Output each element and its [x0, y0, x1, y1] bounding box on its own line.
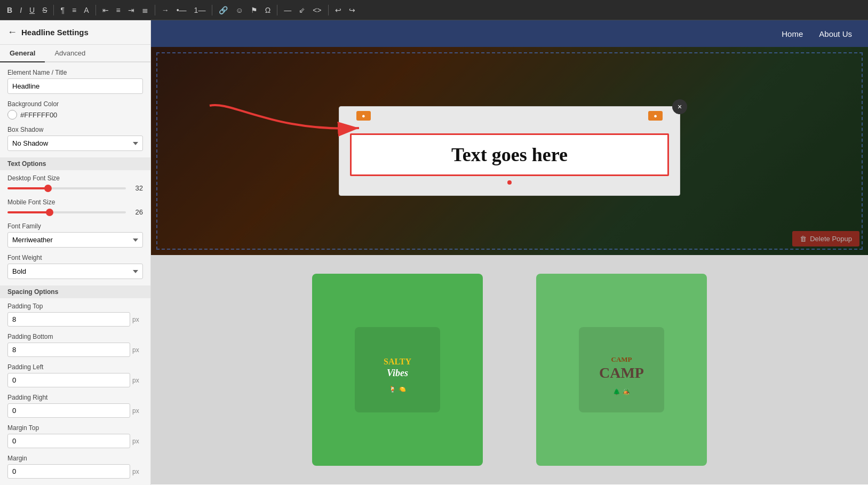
align-center-button[interactable]: ≡: [114, 5, 123, 15]
font-family-group: Font Family Merriweather Arial Georgia R…: [7, 222, 143, 248]
underline-button[interactable]: U: [27, 5, 37, 15]
align-right-button[interactable]: ⇥: [125, 5, 137, 15]
desktop-font-size-label: Desktop Font Size: [7, 174, 143, 182]
padding-right-row: px: [7, 403, 143, 418]
sidebar-header: ← Headline Settings: [0, 20, 150, 45]
code-button[interactable]: <>: [310, 5, 324, 15]
nav-about[interactable]: About Us: [819, 29, 852, 38]
mobile-font-size-value: 26: [130, 208, 143, 216]
padding-right-input[interactable]: [7, 403, 130, 418]
website-preview: Home About Us Personalize Your Life NEW …: [151, 20, 868, 485]
undo-button[interactable]: ↩: [332, 5, 344, 15]
hero-section: Personalize Your Life NEW ARRIVAL ARE HE…: [151, 47, 868, 255]
sidebar-content: Element Name / Title Background Color #F…: [0, 62, 150, 485]
bg-color-group: Background Color #FFFFFF00: [7, 100, 143, 120]
divider-3: [155, 5, 155, 15]
font-weight-select[interactable]: Bold Normal Light: [7, 264, 143, 279]
main-layout: ← Headline Settings General Advanced Ele…: [0, 20, 868, 485]
popup-dot: [507, 180, 512, 185]
back-button[interactable]: ←: [7, 27, 17, 38]
divider-1: [53, 5, 54, 15]
padding-right-group: Padding Right px: [7, 394, 143, 418]
divider-2: [95, 5, 96, 15]
margin-top-row: px: [7, 434, 143, 448]
margin-top-group: Margin Top px: [7, 424, 143, 448]
align-justify-button[interactable]: ≣: [139, 5, 151, 15]
desktop-font-size-group: Desktop Font Size 32: [7, 174, 143, 192]
mobile-font-size-label: Mobile Font Size: [7, 198, 143, 206]
mobile-font-size-slider[interactable]: [7, 211, 126, 213]
margin-top-unit: px: [132, 438, 143, 445]
italic-button[interactable]: I: [17, 5, 25, 15]
popup-headline-box[interactable]: Text goes here: [350, 133, 669, 176]
bold-button[interactable]: B: [4, 5, 15, 15]
link-button[interactable]: 🔗: [216, 5, 230, 15]
tshirt-design-2: CAMP CAMP 🌲 🏕️: [579, 327, 664, 412]
sidebar: ← Headline Settings General Advanced Ele…: [0, 20, 151, 485]
box-shadow-label: Box Shadow: [7, 126, 143, 133]
preview-nav: Home About Us: [151, 20, 868, 47]
padding-right-label: Padding Right: [7, 394, 143, 401]
font-weight-label: Font Weight: [7, 254, 143, 261]
popup-pill-left: ●: [356, 111, 371, 121]
tshirt-design-1: SALTY Vibes 🍹 🍋: [355, 327, 440, 412]
popup-overlay: × ● ● Text goes here: [151, 47, 868, 255]
padding-bottom-input[interactable]: [7, 343, 130, 357]
tab-general[interactable]: General: [0, 45, 45, 62]
bg-color-label: Background Color: [7, 100, 143, 108]
content-area: Home About Us Personalize Your Life NEW …: [151, 20, 868, 485]
color-swatch[interactable]: [7, 110, 17, 120]
svg-text:CAMP: CAMP: [599, 364, 644, 381]
redo-button[interactable]: ↪: [346, 5, 358, 15]
margin-group: Margin px: [7, 455, 143, 479]
color-row: #FFFFFF00: [7, 110, 143, 120]
padding-right-unit: px: [132, 407, 143, 415]
padding-bottom-group: Padding Bottom px: [7, 333, 143, 357]
list-button[interactable]: ≡: [69, 5, 79, 15]
special-chars-button[interactable]: Ω: [262, 5, 273, 15]
padding-bottom-row: px: [7, 343, 143, 357]
align-left-button[interactable]: ⇤: [100, 5, 112, 15]
margin-top-label: Margin Top: [7, 424, 143, 432]
sidebar-title: Headline Settings: [21, 28, 89, 37]
nav-home[interactable]: Home: [782, 29, 803, 38]
strikethrough-button[interactable]: S: [39, 5, 50, 15]
divider-4: [212, 5, 212, 15]
margin-unit: px: [132, 468, 143, 475]
svg-text:🍹 🍋: 🍹 🍋: [389, 385, 405, 393]
popup-headline-text: Text goes here: [364, 144, 655, 166]
element-name-input[interactable]: [7, 78, 143, 94]
tab-advanced[interactable]: Advanced: [45, 45, 95, 61]
flag-button[interactable]: ⚑: [248, 5, 260, 15]
margin-input[interactable]: [7, 464, 130, 479]
margin-top-input[interactable]: [7, 434, 130, 448]
font-weight-group: Font Weight Bold Normal Light: [7, 254, 143, 279]
margin-label: Margin: [7, 455, 143, 462]
indent-decrease-button[interactable]: →: [159, 5, 172, 15]
font-family-label: Font Family: [7, 222, 143, 230]
spacing-options-section: Spacing Options: [0, 285, 150, 298]
product-card-2: CAMP CAMP 🌲 🏕️: [520, 271, 723, 468]
emoji-button[interactable]: ☺: [233, 5, 245, 15]
paragraph-button[interactable]: ¶: [58, 5, 67, 15]
box-shadow-select[interactable]: No Shadow Small Medium Large: [7, 136, 143, 151]
tshirt-2: CAMP CAMP 🌲 🏕️: [536, 274, 707, 466]
product-card-1: SALTY Vibes 🍹 🍋: [296, 271, 499, 468]
desktop-font-size-slider[interactable]: [7, 187, 126, 189]
numbered-list-button[interactable]: 1—: [192, 5, 209, 15]
padding-top-row: px: [7, 312, 143, 327]
divider-5: [277, 5, 277, 15]
font-family-select[interactable]: Merriweather Arial Georgia Roboto: [7, 232, 143, 248]
bullet-list-button[interactable]: •—: [174, 5, 189, 15]
color-value: #FFFFFF00: [20, 111, 57, 119]
font-color-button[interactable]: A: [81, 5, 91, 15]
padding-top-input[interactable]: [7, 312, 130, 327]
svg-text:CAMP: CAMP: [611, 355, 632, 363]
dash-button[interactable]: —: [281, 5, 294, 15]
padding-left-input[interactable]: [7, 373, 130, 387]
padding-top-group: Padding Top px: [7, 303, 143, 327]
expand-button[interactable]: ⇙: [296, 5, 308, 15]
element-name-group: Element Name / Title: [7, 69, 143, 94]
popup-pill-right: ●: [648, 111, 663, 121]
popup-close-button[interactable]: ×: [672, 99, 687, 114]
